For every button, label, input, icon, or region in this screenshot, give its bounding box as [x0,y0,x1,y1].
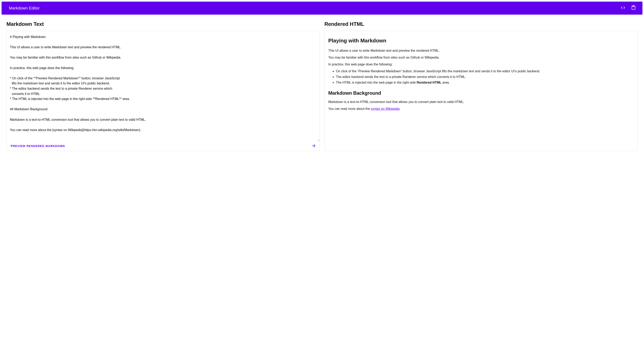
clipboard-icon [631,5,636,11]
rendered-p: Markdown is a text-to-HTML conversion to… [328,99,634,104]
wikipedia-link[interactable]: syntax on Wikipedia [371,107,399,110]
view-source-button[interactable] [619,4,627,12]
markdown-text-card: Preview Rendered Markdown [6,31,320,151]
rendered-p: This UI allows a user to write Markdown … [328,48,634,53]
rendered-html-heading: Rendered HTML [324,21,638,27]
rendered-p: You can read more about the syntax on Wi… [328,106,634,111]
app-title: Markdown Editor [6,6,40,10]
list-item: The editor backend sends the text to a p… [336,74,634,79]
app-bar: Markdown Editor [2,1,642,14]
rendered-h1: Playing with Markdown [328,37,634,45]
rendered-h2: Markdown Background [328,89,634,97]
list-item: The HTML is injected into the web page i… [336,80,634,85]
copy-button[interactable] [630,4,638,12]
card-actions: Preview Rendered Markdown [7,141,319,151]
app-bar-actions [619,4,638,12]
rendered-output: Playing with Markdown This UI allows a u… [325,31,637,151]
markdown-input[interactable] [7,31,319,141]
preview-rendered-markdown-button[interactable]: Preview Rendered Markdown [10,143,66,149]
arrow-right-icon [311,143,316,149]
markdown-text-heading: Markdown Text [6,21,320,27]
rendered-html-column: Rendered HTML Playing with Markdown This… [324,21,638,151]
main-content: Markdown Text Preview Rendered Markdown … [0,16,644,156]
list-item: On click of the “Preview Rendered Markdo… [336,69,634,74]
rendered-p: You may be familiar with this workflow f… [328,55,634,60]
rendered-ul: On click of the “Preview Rendered Markdo… [336,69,634,85]
rendered-html-card: Playing with Markdown This UI allows a u… [324,31,638,151]
rendered-p: In practice, this web page does the foll… [328,62,634,67]
preview-arrow-button[interactable] [311,143,316,149]
code-icon [620,5,626,11]
markdown-text-column: Markdown Text Preview Rendered Markdown [6,21,320,151]
